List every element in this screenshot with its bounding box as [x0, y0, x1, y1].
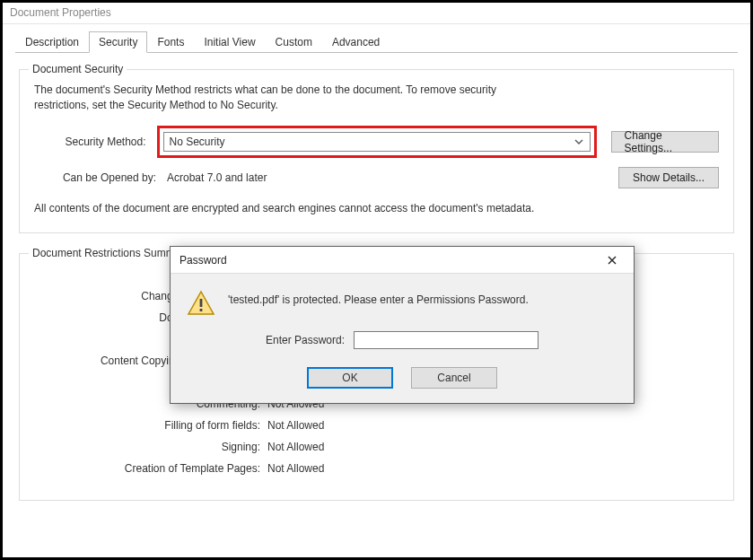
- opened-by-value: Acrobat 7.0 and later: [167, 171, 267, 184]
- opened-by-label: Can be Opened by:: [34, 171, 160, 184]
- window-title: Document Properties: [3, 3, 750, 24]
- encrypted-note: All contents of the document are encrypt…: [34, 201, 537, 216]
- svg-rect-2: [200, 309, 203, 311]
- change-settings-button[interactable]: Change Settings...: [611, 131, 719, 153]
- restriction-label: Signing:: [34, 441, 267, 453]
- enter-password-label: Enter Password:: [266, 334, 345, 346]
- dialog-title: Password: [179, 254, 227, 267]
- chevron-down-icon: [572, 135, 586, 149]
- warning-icon: [187, 290, 215, 317]
- security-method-value: No Security: [170, 136, 225, 148]
- security-intro-text: The document's Security Method restricts…: [34, 83, 537, 113]
- security-method-dropdown[interactable]: No Security: [163, 132, 591, 152]
- security-method-highlight: No Security: [157, 126, 597, 158]
- show-details-button[interactable]: Show Details...: [618, 167, 719, 188]
- tab-strip: Description Security Fonts Initial View …: [3, 24, 750, 53]
- dialog-titlebar[interactable]: Password: [171, 247, 634, 274]
- tab-security[interactable]: Security: [89, 31, 147, 53]
- restriction-value: Not Allowed: [267, 441, 324, 453]
- cancel-button[interactable]: Cancel: [411, 367, 497, 389]
- security-method-label: Security Method:: [34, 136, 150, 148]
- tab-initial-view[interactable]: Initial View: [194, 31, 265, 53]
- restriction-value: Not Allowed: [267, 419, 324, 432]
- password-input[interactable]: [354, 331, 538, 349]
- restriction-row: Signing: Not Allowed: [34, 441, 719, 453]
- restriction-row: Creation of Template Pages: Not Allowed: [34, 462, 719, 475]
- password-dialog: Password 'tested.pdf' is protected. Plea…: [170, 246, 635, 404]
- document-security-group: Document Security The document's Securit…: [19, 69, 734, 233]
- restriction-label: Filling of form fields:: [34, 419, 267, 432]
- document-security-legend: Document Security: [29, 63, 127, 75]
- restrictions-legend: Document Restrictions Summary: [29, 247, 193, 259]
- close-icon[interactable]: [598, 249, 626, 271]
- tab-advanced[interactable]: Advanced: [322, 31, 390, 53]
- ok-button[interactable]: OK: [307, 367, 393, 389]
- tab-fonts[interactable]: Fonts: [147, 31, 194, 53]
- restriction-value: Not Allowed: [267, 462, 324, 475]
- tab-description[interactable]: Description: [15, 31, 89, 53]
- restriction-row: Filling of form fields: Not Allowed: [34, 419, 719, 432]
- restriction-label: Creation of Template Pages:: [34, 462, 267, 475]
- svg-rect-1: [200, 299, 203, 307]
- dialog-message: 'tested.pdf' is protected. Please enter …: [228, 290, 529, 306]
- tab-custom[interactable]: Custom: [266, 31, 322, 53]
